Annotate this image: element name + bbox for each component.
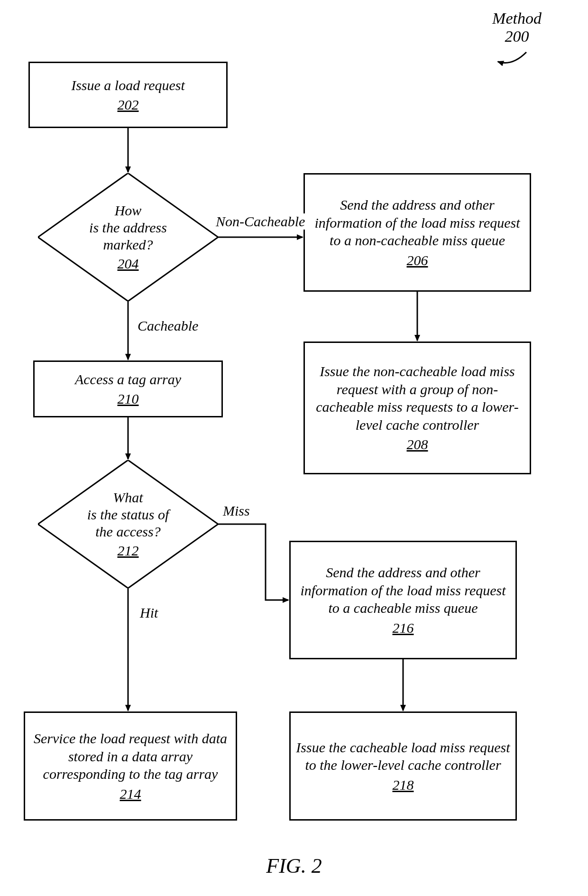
diagram-title: Method 200 [474,9,560,46]
node-text-line3: marked? [103,236,153,253]
process-node-216: Send the address and other information o… [289,541,517,659]
process-node-218: Issue the cacheable load miss request to… [289,711,517,821]
node-ref: 206 [407,251,428,269]
title-text: Method [474,9,560,28]
node-ref: 208 [407,435,428,453]
node-ref: 210 [118,390,139,408]
node-text: Issue the non-cacheable load miss reques… [310,362,525,434]
node-text: Issue the cacheable load miss request to… [295,739,511,774]
process-node-202: Issue a load request 202 [28,62,228,128]
node-ref: 204 [118,255,139,272]
edge-label-miss: Miss [223,503,250,519]
node-text: Access a tag array [75,370,181,388]
node-ref: 216 [393,619,414,637]
node-text: Send the address and other information o… [310,196,525,249]
process-node-214: Service the load request with data store… [24,711,237,821]
node-text: Service the load request with data store… [30,730,231,783]
node-ref: 218 [393,776,414,794]
edge-label-hit: Hit [140,605,158,621]
edge-label-cacheable: Cacheable [138,318,198,334]
title-ref: 200 [474,28,560,46]
node-text-line3: the access? [95,523,160,540]
node-ref: 212 [118,542,139,559]
node-ref: 214 [120,785,141,803]
node-text: Issue a load request [71,76,185,94]
node-text-line2: is the address [89,219,167,236]
decision-node-212: What is the status of the access? 212 [38,460,218,588]
process-node-210: Access a tag array 210 [33,360,223,417]
node-text-line2: is the status of [87,506,169,523]
node-text: Send the address and other information o… [295,563,511,617]
node-ref: 202 [118,96,139,114]
node-text-line1: What [113,489,143,506]
edge-label-noncacheable: Non-Cacheable [216,213,305,230]
figure-caption: FIG. 2 [0,854,588,878]
flowchart-canvas: Method 200 Issue a load request 202 How … [0,0,588,896]
process-node-208: Issue the non-cacheable load miss reques… [303,342,531,474]
process-node-206: Send the address and other information o… [303,173,531,292]
node-text-line1: How [115,202,142,219]
decision-node-204: How is the address marked? 204 [38,173,218,301]
